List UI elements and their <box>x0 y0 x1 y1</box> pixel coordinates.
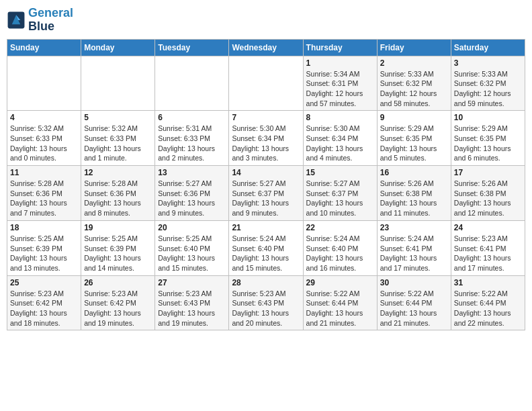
day-number: 6 <box>158 113 226 122</box>
day-number: 25 <box>10 278 78 287</box>
day-number: 29 <box>306 278 374 287</box>
day-info: Sunrise: 5:30 AM Sunset: 6:34 PM Dayligh… <box>232 124 300 163</box>
day-info: Sunrise: 5:31 AM Sunset: 6:33 PM Dayligh… <box>158 124 226 163</box>
day-info: Sunrise: 5:28 AM Sunset: 6:36 PM Dayligh… <box>10 179 78 218</box>
day-info: Sunrise: 5:34 AM Sunset: 6:31 PM Dayligh… <box>306 69 374 109</box>
day-info: Sunrise: 5:33 AM Sunset: 6:32 PM Dayligh… <box>380 69 448 109</box>
header-friday: Friday <box>377 39 451 56</box>
logo-text: General Blue <box>28 7 73 34</box>
calendar-cell: 2Sunrise: 5:33 AM Sunset: 6:32 PM Daylig… <box>377 56 451 111</box>
day-number: 31 <box>454 278 522 287</box>
day-number: 21 <box>232 223 300 232</box>
week-row-5: 25Sunrise: 5:23 AM Sunset: 6:42 PM Dayli… <box>7 275 525 330</box>
week-row-2: 4Sunrise: 5:32 AM Sunset: 6:33 PM Daylig… <box>7 111 525 166</box>
calendar-cell: 21Sunrise: 5:24 AM Sunset: 6:40 PM Dayli… <box>229 220 303 275</box>
day-info: Sunrise: 5:24 AM Sunset: 6:40 PM Dayligh… <box>232 234 300 273</box>
calendar-cell: 29Sunrise: 5:22 AM Sunset: 6:44 PM Dayli… <box>303 275 377 330</box>
day-info: Sunrise: 5:27 AM Sunset: 6:37 PM Dayligh… <box>232 179 300 218</box>
day-number: 8 <box>306 113 374 122</box>
calendar-cell: 26Sunrise: 5:23 AM Sunset: 6:42 PM Dayli… <box>81 275 155 330</box>
calendar-cell: 15Sunrise: 5:27 AM Sunset: 6:37 PM Dayli… <box>303 166 377 221</box>
day-info: Sunrise: 5:32 AM Sunset: 6:33 PM Dayligh… <box>84 124 152 163</box>
day-info: Sunrise: 5:25 AM Sunset: 6:39 PM Dayligh… <box>10 234 78 273</box>
calendar-cell: 11Sunrise: 5:28 AM Sunset: 6:36 PM Dayli… <box>7 166 81 221</box>
week-row-1: 1Sunrise: 5:34 AM Sunset: 6:31 PM Daylig… <box>7 56 525 111</box>
header-tuesday: Tuesday <box>155 39 229 56</box>
header-saturday: Saturday <box>451 39 525 56</box>
week-row-3: 11Sunrise: 5:28 AM Sunset: 6:36 PM Dayli… <box>7 166 525 221</box>
calendar-cell: 20Sunrise: 5:25 AM Sunset: 6:40 PM Dayli… <box>155 220 229 275</box>
day-number: 1 <box>306 58 374 68</box>
day-number: 14 <box>232 168 300 177</box>
day-info: Sunrise: 5:25 AM Sunset: 6:39 PM Dayligh… <box>84 234 152 273</box>
day-number: 15 <box>306 168 374 177</box>
day-info: Sunrise: 5:27 AM Sunset: 6:36 PM Dayligh… <box>158 179 226 218</box>
calendar-cell: 19Sunrise: 5:25 AM Sunset: 6:39 PM Dayli… <box>81 220 155 275</box>
calendar-cell: 8Sunrise: 5:30 AM Sunset: 6:34 PM Daylig… <box>303 111 377 166</box>
calendar-cell: 6Sunrise: 5:31 AM Sunset: 6:33 PM Daylig… <box>155 111 229 166</box>
day-number: 5 <box>84 113 152 122</box>
calendar-cell: 31Sunrise: 5:22 AM Sunset: 6:44 PM Dayli… <box>451 275 525 330</box>
header-wednesday: Wednesday <box>229 39 303 56</box>
day-number: 18 <box>10 223 78 232</box>
day-info: Sunrise: 5:27 AM Sunset: 6:37 PM Dayligh… <box>306 179 374 218</box>
day-info: Sunrise: 5:23 AM Sunset: 6:42 PM Dayligh… <box>10 289 78 328</box>
calendar-cell: 23Sunrise: 5:24 AM Sunset: 6:41 PM Dayli… <box>377 220 451 275</box>
logo: General Blue <box>7 7 73 34</box>
header-thursday: Thursday <box>303 39 377 56</box>
day-number: 10 <box>454 113 522 122</box>
day-info: Sunrise: 5:24 AM Sunset: 6:40 PM Dayligh… <box>306 234 374 273</box>
calendar-cell: 28Sunrise: 5:23 AM Sunset: 6:43 PM Dayli… <box>229 275 303 330</box>
day-info: Sunrise: 5:29 AM Sunset: 6:35 PM Dayligh… <box>380 124 448 163</box>
header-row: SundayMondayTuesdayWednesdayThursdayFrid… <box>7 39 525 56</box>
day-info: Sunrise: 5:22 AM Sunset: 6:44 PM Dayligh… <box>306 289 374 328</box>
calendar-cell: 9Sunrise: 5:29 AM Sunset: 6:35 PM Daylig… <box>377 111 451 166</box>
day-number: 17 <box>454 168 522 177</box>
day-number: 11 <box>10 168 78 177</box>
day-number: 24 <box>454 223 522 232</box>
calendar-cell: 12Sunrise: 5:28 AM Sunset: 6:36 PM Dayli… <box>81 166 155 221</box>
logo-icon <box>7 11 26 30</box>
calendar-cell <box>229 56 303 111</box>
day-info: Sunrise: 5:24 AM Sunset: 6:41 PM Dayligh… <box>380 234 448 273</box>
calendar-cell: 4Sunrise: 5:32 AM Sunset: 6:33 PM Daylig… <box>7 111 81 166</box>
calendar-cell: 7Sunrise: 5:30 AM Sunset: 6:34 PM Daylig… <box>229 111 303 166</box>
day-info: Sunrise: 5:25 AM Sunset: 6:40 PM Dayligh… <box>158 234 226 273</box>
calendar-cell: 22Sunrise: 5:24 AM Sunset: 6:40 PM Dayli… <box>303 220 377 275</box>
calendar-cell: 3Sunrise: 5:33 AM Sunset: 6:32 PM Daylig… <box>451 56 525 111</box>
page-header: General Blue <box>7 7 525 34</box>
calendar-cell: 24Sunrise: 5:23 AM Sunset: 6:41 PM Dayli… <box>451 220 525 275</box>
day-info: Sunrise: 5:22 AM Sunset: 6:44 PM Dayligh… <box>380 289 448 328</box>
day-number: 28 <box>232 278 300 287</box>
day-info: Sunrise: 5:28 AM Sunset: 6:36 PM Dayligh… <box>84 179 152 218</box>
day-number: 13 <box>158 168 226 177</box>
calendar-cell: 16Sunrise: 5:26 AM Sunset: 6:38 PM Dayli… <box>377 166 451 221</box>
calendar-cell: 18Sunrise: 5:25 AM Sunset: 6:39 PM Dayli… <box>7 220 81 275</box>
day-number: 22 <box>306 223 374 232</box>
day-info: Sunrise: 5:33 AM Sunset: 6:32 PM Dayligh… <box>454 69 522 109</box>
day-number: 9 <box>380 113 448 122</box>
day-number: 4 <box>10 113 78 122</box>
day-number: 20 <box>158 223 226 232</box>
day-info: Sunrise: 5:23 AM Sunset: 6:43 PM Dayligh… <box>158 289 226 328</box>
day-info: Sunrise: 5:23 AM Sunset: 6:43 PM Dayligh… <box>232 289 300 328</box>
day-info: Sunrise: 5:23 AM Sunset: 6:42 PM Dayligh… <box>84 289 152 328</box>
day-number: 7 <box>232 113 300 122</box>
day-number: 3 <box>454 58 522 68</box>
day-number: 27 <box>158 278 226 287</box>
day-number: 26 <box>84 278 152 287</box>
calendar-cell: 17Sunrise: 5:26 AM Sunset: 6:38 PM Dayli… <box>451 166 525 221</box>
calendar-table: SundayMondayTuesdayWednesdayThursdayFrid… <box>7 39 525 331</box>
calendar-cell: 10Sunrise: 5:29 AM Sunset: 6:35 PM Dayli… <box>451 111 525 166</box>
day-number: 23 <box>380 223 448 232</box>
header-monday: Monday <box>81 39 155 56</box>
calendar-cell: 14Sunrise: 5:27 AM Sunset: 6:37 PM Dayli… <box>229 166 303 221</box>
day-number: 16 <box>380 168 448 177</box>
calendar-cell: 30Sunrise: 5:22 AM Sunset: 6:44 PM Dayli… <box>377 275 451 330</box>
calendar-cell: 25Sunrise: 5:23 AM Sunset: 6:42 PM Dayli… <box>7 275 81 330</box>
day-number: 19 <box>84 223 152 232</box>
calendar-cell: 13Sunrise: 5:27 AM Sunset: 6:36 PM Dayli… <box>155 166 229 221</box>
day-info: Sunrise: 5:30 AM Sunset: 6:34 PM Dayligh… <box>306 124 374 163</box>
week-row-4: 18Sunrise: 5:25 AM Sunset: 6:39 PM Dayli… <box>7 220 525 275</box>
calendar-cell <box>81 56 155 111</box>
